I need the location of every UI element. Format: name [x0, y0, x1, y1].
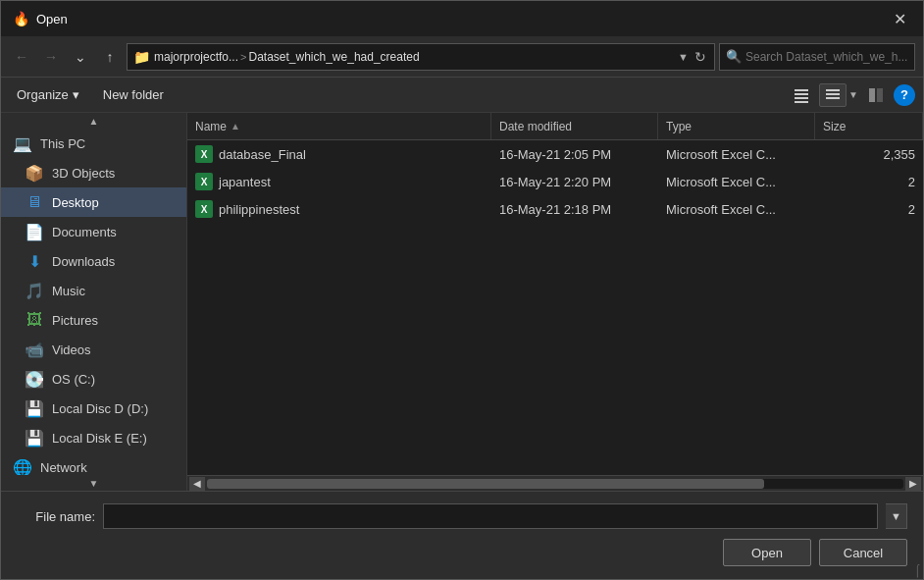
svg-rect-1: [795, 93, 808, 95]
excel-icon-2: X: [195, 173, 213, 190]
col-type-label: Type: [666, 120, 692, 133]
file-name-1: database_Final: [219, 147, 306, 162]
sidebar-item-desktop[interactable]: 🖥 Desktop: [1, 187, 186, 217]
organize-button[interactable]: Organize ▾: [9, 84, 87, 105]
sidebar-item-local-e[interactable]: 💾 Local Disk E (E:): [1, 423, 186, 452]
scroll-thumb[interactable]: [207, 479, 764, 489]
back-button[interactable]: ←: [9, 44, 34, 70]
address-bar[interactable]: 📁 majorprojectfo... > Dataset_which_we_h…: [127, 43, 715, 71]
search-input[interactable]: [745, 50, 908, 64]
sidebar-label-local-d: Local Disc D (D:): [52, 401, 148, 416]
file-name-cell-2: X japantest: [187, 168, 491, 195]
scroll-right-button[interactable]: ▶: [905, 477, 921, 491]
sidebar-scroll-up[interactable]: ▲: [1, 113, 186, 129]
toolbar: ← → ⌄ ↑ 📁 majorprojectfo... > Dataset_wh…: [1, 36, 923, 78]
svg-rect-7: [869, 88, 875, 102]
music-icon: 🎵: [25, 281, 44, 300]
file-type-1: Microsoft Excel C...: [666, 147, 776, 162]
sidebar-item-downloads[interactable]: ⬇ Downloads: [1, 246, 186, 276]
search-icon: 🔍: [726, 49, 742, 64]
dialog-title: Open: [36, 12, 880, 26]
horizontal-scrollbar[interactable]: ◀ ▶: [187, 475, 923, 491]
file-size-1: 2,355: [883, 147, 915, 162]
up-button[interactable]: ↑: [97, 44, 123, 70]
sidebar-item-this-pc[interactable]: 💻 This PC: [1, 129, 186, 158]
new-folder-button[interactable]: New folder: [95, 84, 172, 105]
col-date-label: Date modified: [499, 120, 572, 133]
cancel-button[interactable]: Cancel: [819, 539, 907, 566]
sidebar-label-music: Music: [52, 284, 85, 298]
scroll-track[interactable]: [207, 479, 903, 489]
close-button[interactable]: ✕: [888, 7, 911, 30]
videos-icon: 📹: [25, 340, 44, 359]
svg-rect-5: [826, 93, 840, 95]
recent-locations-button[interactable]: ⌄: [68, 44, 93, 70]
table-row[interactable]: X japantest 16-May-21 2:20 PM Microsoft …: [187, 168, 923, 195]
sidebar-label-this-pc: This PC: [40, 136, 85, 151]
file-size-cell-1: 2,355: [815, 140, 923, 168]
sidebar-label-desktop: Desktop: [52, 195, 99, 210]
file-name-2: japantest: [219, 175, 271, 189]
open-button[interactable]: Open: [723, 539, 811, 566]
forward-button[interactable]: →: [38, 44, 64, 70]
sidebar-item-3d-objects[interactable]: 📦 3D Objects: [1, 158, 186, 187]
details-icon: [794, 87, 809, 103]
view-details-button[interactable]: [788, 83, 815, 107]
column-header-name[interactable]: Name ▲: [187, 113, 491, 139]
table-row[interactable]: X philippinestest 16-May-21 2:18 PM Micr…: [187, 195, 923, 223]
sidebar-item-pictures[interactable]: 🖼 Pictures: [1, 305, 186, 335]
svg-rect-2: [795, 97, 808, 99]
preview-pane-button[interactable]: [862, 83, 890, 107]
file-list: X database_Final 16-May-21 2:05 PM Micro…: [187, 140, 923, 475]
svg-rect-3: [795, 101, 808, 103]
sidebar-scroll-down[interactable]: ▼: [1, 475, 186, 491]
os-c-icon: 💽: [25, 369, 44, 389]
filename-label: File name:: [17, 509, 95, 524]
organize-arrow: ▾: [73, 87, 79, 102]
scroll-left-button[interactable]: ◀: [189, 477, 205, 491]
column-header-date[interactable]: Date modified: [491, 113, 658, 139]
buttons-row: Open Cancel: [1, 535, 923, 574]
column-header-type[interactable]: Type: [658, 113, 815, 139]
file-type-cell-3: Microsoft Excel C...: [658, 195, 815, 223]
file-size-cell-2: 2: [815, 168, 923, 195]
sidebar-item-local-d[interactable]: 💾 Local Disc D (D:): [1, 394, 186, 423]
file-type-cell-2: Microsoft Excel C...: [658, 168, 815, 195]
table-row[interactable]: X database_Final 16-May-21 2:05 PM Micro…: [187, 140, 923, 168]
open-dialog: 🔥 Open ✕ ← → ⌄ ↑ 📁 majorprojectfo... > D…: [0, 0, 924, 580]
help-button[interactable]: ?: [894, 84, 915, 106]
bottom-panel: File name: ▼ Open Cancel ⌠: [1, 491, 923, 579]
documents-icon: 📄: [25, 222, 44, 241]
main-content: ▲ 💻 This PC 📦 3D Objects 🖥 Desktop 📄 Doc…: [1, 113, 923, 491]
view-icons: ▼ ?: [788, 83, 915, 107]
file-name-cell-3: X philippinestest: [187, 195, 491, 223]
file-date-2: 16-May-21 2:20 PM: [499, 175, 611, 189]
svg-rect-4: [826, 89, 840, 91]
view-dropdown-arrow[interactable]: ▼: [848, 89, 858, 100]
file-size-3: 2: [908, 202, 915, 217]
address-dropdown-arrow[interactable]: ▼: [678, 51, 689, 63]
local-e-icon: 💾: [25, 428, 44, 448]
file-list-header: Name ▲ Date modified Type Size: [187, 113, 923, 140]
file-date-cell-2: 16-May-21 2:20 PM: [491, 168, 658, 195]
local-d-icon: 💾: [25, 398, 44, 418]
sidebar-item-music[interactable]: 🎵 Music: [1, 276, 186, 305]
filename-dropdown-button[interactable]: ▼: [886, 503, 907, 529]
search-box[interactable]: 🔍: [719, 43, 915, 71]
desktop-icon: 🖥: [25, 192, 44, 212]
path-crumb-2[interactable]: Dataset_which_we_had_created: [248, 50, 419, 64]
refresh-button[interactable]: ↻: [693, 47, 708, 67]
sidebar-item-videos[interactable]: 📹 Videos: [1, 335, 186, 364]
column-header-size[interactable]: Size: [815, 113, 923, 139]
path-crumb-1[interactable]: majorprojectfo...: [154, 50, 238, 64]
resize-grip[interactable]: ⌠: [909, 565, 921, 577]
view-option-button[interactable]: [819, 83, 847, 107]
sidebar-item-os-c[interactable]: 💽 OS (C:): [1, 364, 186, 394]
sidebar-item-documents[interactable]: 📄 Documents: [1, 217, 186, 246]
file-name-cell-1: X database_Final: [187, 140, 491, 168]
sidebar-label-local-e: Local Disk E (E:): [52, 431, 147, 446]
downloads-icon: ⬇: [25, 251, 44, 271]
preview-icon: [868, 87, 884, 103]
filename-input[interactable]: [103, 503, 878, 529]
list-view-icon: [826, 88, 840, 102]
